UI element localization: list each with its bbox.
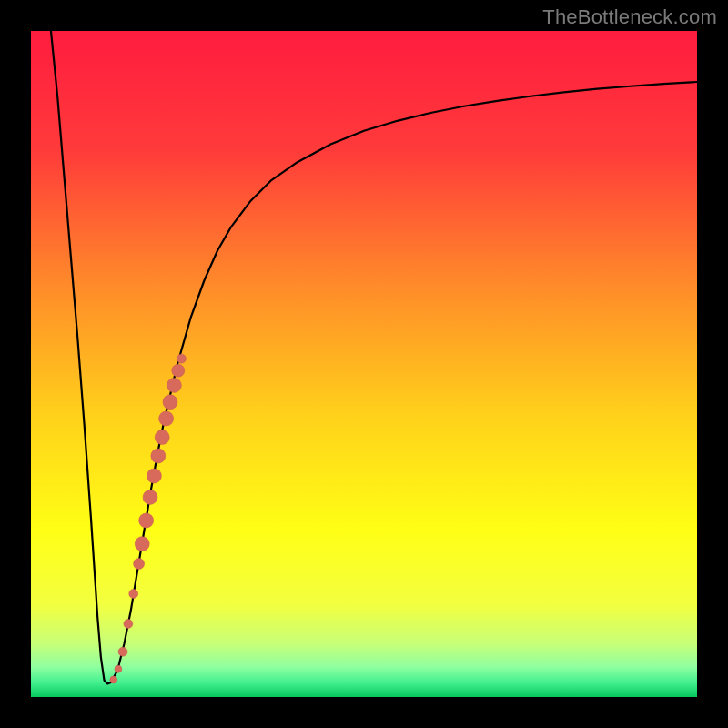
marker-dot [115,665,122,672]
marker-dot [159,411,174,426]
chart-plot [31,31,697,697]
marker-dot [124,619,133,628]
marker-dot [177,354,186,363]
marker-dot [134,559,145,570]
marker-dot [129,590,138,599]
watermark-text: TheBottleneck.com [542,5,717,29]
marker-dot [143,490,157,504]
marker-dot [155,430,169,445]
marker-dot [135,537,149,551]
marker-dot [110,676,117,683]
marker-dot [118,647,127,656]
marker-dot [151,449,166,463]
marker-dot [172,364,185,377]
marker-dot [167,378,181,392]
marker-dot [163,395,177,410]
marker-dot [139,513,154,528]
marker-dot [147,469,161,483]
chart-container: TheBottleneck.com [0,0,728,728]
